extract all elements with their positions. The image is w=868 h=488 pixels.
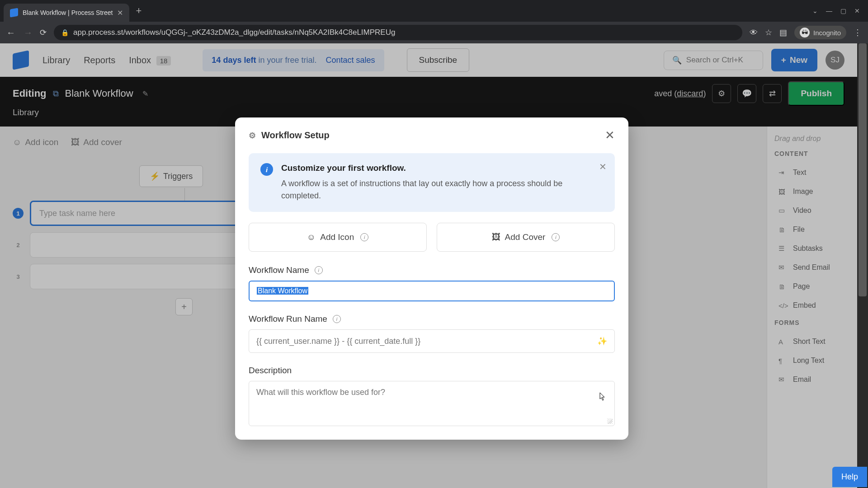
- browser-tab[interactable]: Blank Workflow | Process Street ✕: [4, 4, 129, 22]
- browser-tab-strip: Blank Workflow | Process Street ✕ + ⌄ — …: [0, 0, 868, 22]
- add-icon-button[interactable]: ☺ Add Icon i: [249, 223, 427, 252]
- workflow-run-name-input[interactable]: ✨: [249, 329, 615, 353]
- smiley-icon: ☺: [307, 232, 316, 242]
- extensions-icon[interactable]: ▤: [779, 28, 787, 38]
- gear-icon: ⚙: [249, 131, 256, 141]
- magic-wand-icon[interactable]: ✨: [597, 336, 607, 346]
- workflow-name-input[interactable]: Blank Workflow: [249, 281, 615, 301]
- info-banner: i Customize your first workflow. A workf…: [249, 153, 615, 212]
- help-info-icon[interactable]: i: [360, 233, 368, 241]
- reload-icon[interactable]: ⟳: [40, 28, 47, 38]
- window-controls: ⌄ — ▢ ✕: [812, 7, 864, 14]
- url-bar: ← → ⟳ 🔒 app.process.st/workflows/uQGGj-_…: [0, 22, 868, 43]
- description-label: Description: [249, 366, 615, 375]
- minimize-icon[interactable]: —: [826, 7, 832, 14]
- workflow-name-label: Workflow Name i: [249, 265, 615, 275]
- bookmark-star-icon[interactable]: ☆: [765, 28, 772, 38]
- tabs-dropdown-icon[interactable]: ⌄: [812, 7, 818, 14]
- image-icon: 🖼: [492, 232, 500, 242]
- eye-off-icon[interactable]: 👁: [750, 28, 758, 38]
- cursor-icon: [599, 393, 606, 401]
- close-tab-icon[interactable]: ✕: [117, 9, 123, 17]
- modal-title: Workflow Setup: [261, 130, 330, 141]
- scrollbar-thumb[interactable]: [859, 43, 867, 296]
- new-tab-button[interactable]: +: [136, 5, 142, 17]
- incognito-label: Incognito: [813, 29, 841, 37]
- workflow-name-value: Blank Workflow: [257, 287, 308, 295]
- info-title: Customize your first workflow.: [281, 163, 603, 173]
- info-body: A workflow is a set of instructions that…: [281, 178, 603, 202]
- address-bar[interactable]: 🔒 app.process.st/workflows/uQGGj-_oKZ43z…: [54, 25, 742, 40]
- info-icon: i: [260, 163, 273, 176]
- incognito-badge[interactable]: 🕶 Incognito: [794, 26, 846, 39]
- lock-icon: 🔒: [61, 29, 69, 36]
- maximize-icon[interactable]: ▢: [840, 7, 846, 14]
- help-info-icon[interactable]: i: [315, 266, 323, 274]
- add-cover-button[interactable]: 🖼 Add Cover i: [437, 223, 615, 252]
- favicon-icon: [10, 8, 18, 17]
- forward-icon: →: [24, 28, 33, 38]
- kebab-menu-icon[interactable]: ⋮: [854, 28, 862, 38]
- close-info-icon[interactable]: ✕: [599, 161, 607, 172]
- workflow-run-name-label: Workflow Run Name i: [249, 314, 615, 324]
- run-name-field[interactable]: [256, 337, 593, 346]
- help-button[interactable]: Help: [832, 467, 867, 487]
- description-input[interactable]: [249, 381, 615, 426]
- tab-title: Blank Workflow | Process Street: [23, 9, 113, 16]
- workflow-setup-modal: ⚙ Workflow Setup ✕ i Customize your firs…: [235, 117, 628, 440]
- description-textarea[interactable]: [256, 388, 607, 419]
- help-info-icon[interactable]: i: [552, 233, 560, 241]
- help-info-icon[interactable]: i: [333, 315, 341, 323]
- url-text: app.process.st/workflows/uQGGj-_oKZ43zDM…: [73, 28, 395, 37]
- resize-handle-icon[interactable]: [607, 418, 613, 424]
- page-scrollbar[interactable]: [857, 43, 868, 488]
- incognito-icon: 🕶: [800, 28, 810, 38]
- close-modal-icon[interactable]: ✕: [605, 128, 615, 142]
- back-icon[interactable]: ←: [6, 28, 15, 38]
- close-window-icon[interactable]: ✕: [854, 7, 860, 14]
